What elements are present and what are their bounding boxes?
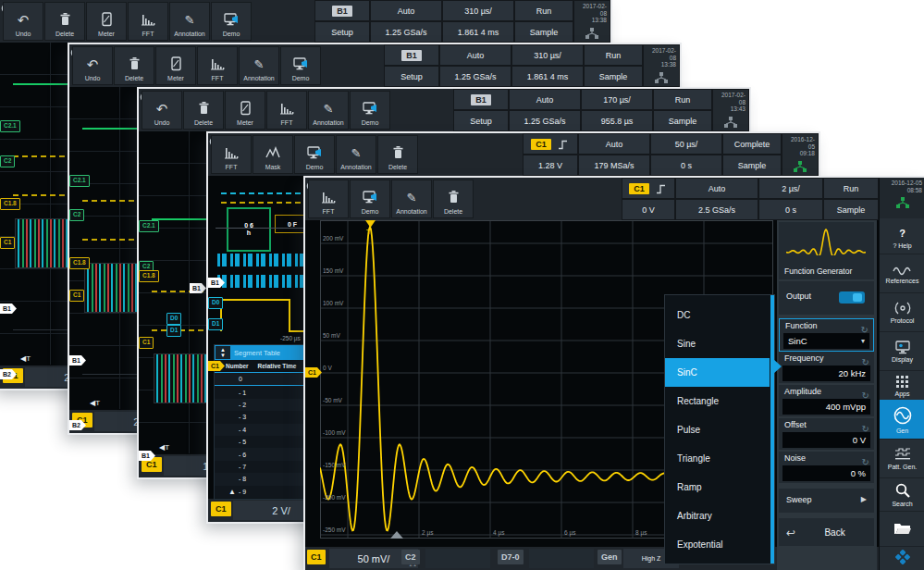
channel-badge-gen[interactable]: Gen [598, 550, 622, 564]
channel-marker-b1[interactable]: B1 [0, 304, 17, 314]
table-row[interactable]: - 7 [215, 461, 307, 473]
toolbar-button-annotation[interactable]: ✎Annotation [308, 91, 349, 130]
dropdown-item-rectangle[interactable]: Rectangle [665, 387, 770, 415]
trigger-time-marker[interactable]: ◀T [90, 399, 100, 407]
channel-marker-c1.8[interactable]: C1.8 [0, 198, 20, 210]
channel-badge[interactable]: C1 [629, 183, 649, 194]
status-cell[interactable]: C1 [622, 178, 675, 199]
toolbar-button-demo[interactable]: Demo [211, 2, 252, 41]
channel-badge[interactable]: B1 [332, 6, 352, 17]
channel-marker-c2[interactable]: C2 [0, 155, 15, 167]
channel-cell-d7-0[interactable] [529, 549, 594, 568]
field-value-offset[interactable]: 0 V [782, 432, 870, 448]
status-cell[interactable]: 1.861 4 ms [442, 21, 514, 43]
sidebar-item-patt-gen-[interactable]: Patt. Gen. [880, 439, 924, 478]
status-cell[interactable]: 50 µs/ [650, 133, 722, 155]
status-cell[interactable]: Setup [453, 110, 509, 131]
channel-marker-d0[interactable]: D0 [208, 297, 223, 309]
toolbar-button-meter[interactable]: Meter [225, 91, 265, 130]
status-cell[interactable]: 310 µs/ [442, 0, 514, 21]
menu-field-offset[interactable]: Offset↻0 V [779, 418, 874, 450]
status-cell[interactable]: Sample [584, 66, 643, 87]
status-cell[interactable]: 170 µs/ [581, 89, 653, 110]
status-cell[interactable]: 2.5 GSa/s [675, 199, 758, 220]
status-cell[interactable]: 1.28 V [523, 155, 578, 176]
toolbar-button-mask[interactable]: Mask [253, 135, 293, 174]
field-value-frequency[interactable]: 20 kHz [782, 366, 870, 381]
dropdown-item-dc[interactable]: DC [665, 301, 770, 329]
status-cell[interactable]: Run [823, 178, 879, 199]
toolbar-button-fft[interactable]: FFT [308, 180, 349, 218]
channel-badge[interactable]: C1 [531, 139, 551, 150]
toolbar-button-undo[interactable]: ↶Undo [72, 46, 113, 85]
toolbar-button-delete[interactable]: Delete [433, 180, 474, 218]
channel-badge-c1[interactable]: C1 [307, 550, 326, 564]
status-cell[interactable]: Sample [514, 21, 573, 43]
sidebar-item-display[interactable]: Display [880, 331, 924, 371]
trigger-time-marker[interactable]: ▲ [228, 488, 236, 496]
channel-marker-c2[interactable]: C2 [69, 209, 84, 221]
status-cell[interactable]: Auto [578, 133, 650, 155]
channel-marker-c2.1[interactable]: C2.1 [69, 175, 90, 187]
table-row[interactable]: 0 [215, 372, 307, 386]
status-cell[interactable]: C1 [523, 133, 578, 155]
status-cell[interactable]: Sample [653, 110, 712, 131]
field-value-noise[interactable]: 0 % [782, 465, 870, 481]
table-row[interactable]: - 1 [215, 386, 307, 398]
trigger-time-marker[interactable]: ◀T [159, 443, 169, 452]
output-toggle[interactable] [839, 291, 865, 304]
status-cell[interactable]: 0 V [622, 199, 675, 220]
dropdown-item-sinc[interactable]: SinC [665, 358, 770, 387]
status-cell[interactable]: Run [514, 0, 573, 21]
status-cell[interactable]: 955.8 µs [581, 110, 653, 131]
toolbar-button-fft[interactable]: FFT [266, 91, 307, 130]
channel-marker-c1.8[interactable]: C1.8 [139, 270, 159, 282]
toolbar-button-meter[interactable]: Meter [155, 46, 196, 85]
dropdown-item-expotential[interactable]: Expotential [665, 530, 770, 559]
status-cell[interactable]: Complete [722, 133, 782, 155]
channel-marker-c1[interactable]: C1 [69, 290, 84, 302]
output-row[interactable]: Output [779, 281, 874, 315]
channel-marker-c1[interactable]: C1 [139, 337, 154, 349]
channel-marker-d1[interactable]: D1 [166, 325, 181, 337]
toolbar-button-fft[interactable]: FFT [211, 135, 252, 174]
status-cell[interactable]: B1 [314, 0, 370, 21]
sidebar-item-protocol[interactable]: Protocol [880, 292, 924, 332]
toolbar-button-demo[interactable]: Demo [350, 91, 390, 130]
toolbar-button-demo[interactable]: Demo [350, 180, 390, 218]
status-cell[interactable]: Auto [370, 0, 442, 21]
table-row[interactable]: - 2 [215, 399, 307, 411]
sidebar-item-gen[interactable]: Gen [880, 400, 924, 440]
toolbar-button-delete[interactable]: Delete [183, 91, 224, 130]
sidebar-item-references[interactable]: References [880, 254, 924, 293]
status-cell[interactable]: 0 s [650, 155, 722, 176]
sidebar-item-folder[interactable] [880, 511, 924, 547]
trigger-time-marker[interactable]: ◀T [20, 354, 31, 363]
status-cell[interactable]: 179 MSa/s [578, 155, 650, 176]
channel-badge-c1[interactable]: C1 [211, 502, 231, 516]
sweep-row[interactable]: Sweep▶ [779, 489, 874, 513]
dropdown-item-pulse[interactable]: Pulse [665, 415, 770, 444]
table-row[interactable]: - 3 [215, 411, 307, 423]
channel-marker-d1[interactable]: D1 [208, 318, 223, 330]
toolbar-button-demo[interactable]: Demo [294, 135, 335, 174]
channel-marker-c2.1[interactable]: C2.1 [0, 120, 20, 132]
channel-marker-c2.1[interactable]: C2.1 [139, 220, 159, 232]
sidebar-item-search[interactable]: Search [880, 477, 924, 512]
sidebar-item-apps[interactable]: Apps [880, 370, 924, 401]
table-row[interactable]: - 6 [215, 448, 307, 460]
toolbar-button-demo[interactable]: Demo [280, 46, 321, 85]
channel-badge[interactable]: B1 [401, 50, 422, 61]
dropdown-item-arbitrary[interactable]: Arbitrary [665, 502, 770, 530]
menu-field-function[interactable]: Function↻SinC▾ [779, 318, 874, 352]
toolbar-button-undo[interactable]: ↶Undo [142, 91, 182, 130]
table-row[interactable]: - 4 [215, 424, 307, 436]
toolbar-button-annotation[interactable]: ✎Annotation [169, 2, 210, 41]
status-cell[interactable]: 1.25 GSa/s [509, 110, 581, 131]
dropdown-scrollbar[interactable] [770, 295, 774, 564]
channel-marker-b1[interactable]: B1 [69, 355, 86, 366]
trigger-position-marker[interactable] [390, 531, 403, 539]
toolbar-button-delete[interactable]: Delete [44, 2, 85, 41]
status-cell[interactable]: Auto [509, 89, 581, 110]
toolbar-button-delete[interactable]: Delete [377, 135, 418, 174]
